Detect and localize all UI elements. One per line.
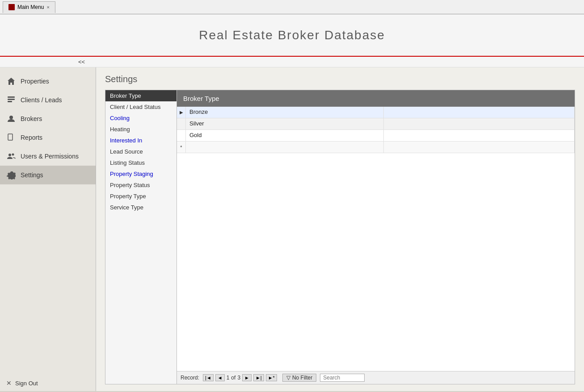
settings-list-item-broker-type[interactable]: Broker Type xyxy=(105,90,176,101)
filter-icon: ▽ xyxy=(286,375,290,381)
no-filter-button[interactable]: ▽ No Filter xyxy=(282,374,316,382)
settings-list-item-property-status[interactable]: Property Status xyxy=(105,179,176,191)
nav-new-button[interactable]: ►* xyxy=(266,374,277,381)
settings-icon xyxy=(6,170,16,180)
row-selector-arrow: ▶ xyxy=(177,107,186,118)
collapse-row: << xyxy=(0,57,584,67)
sign-out-label: Sign Out xyxy=(15,380,38,387)
settings-list-item-cooling[interactable]: Cooling xyxy=(105,113,176,124)
app-header: Real Estate Broker Database xyxy=(0,14,584,57)
sidebar-item-clients-leads[interactable]: Clients / Leads xyxy=(0,91,96,109)
settings-list-item-property-type[interactable]: Property Type xyxy=(105,191,176,202)
row-selector xyxy=(177,118,186,129)
record-bar: Record: |◄ ◄ 1 of 3 ► ►| ►* ▽ No Filter xyxy=(177,371,575,384)
new-row-marker: * xyxy=(177,142,186,153)
data-table: ▶ Bronze Silver Gold xyxy=(177,107,575,371)
settings-list-item-lead-source[interactable]: Lead Source xyxy=(105,146,176,157)
sidebar-item-users-permissions[interactable]: Users & Permissions xyxy=(0,147,96,166)
row-selector xyxy=(177,130,186,141)
record-total: 3 xyxy=(237,375,240,381)
sidebar-item-settings[interactable]: Settings xyxy=(0,166,96,184)
tab-close-button[interactable]: × xyxy=(46,4,49,10)
right-panel: Broker Type ▶ Bronze Silver xyxy=(176,90,575,384)
svg-point-3 xyxy=(9,116,13,119)
table-row[interactable]: ▶ Bronze xyxy=(177,107,575,118)
sidebar-item-reports[interactable]: Reports xyxy=(0,128,96,147)
record-current: 1 xyxy=(227,375,230,381)
sign-out-button[interactable]: ✕ Sign Out xyxy=(0,375,96,391)
settings-list-item-client-lead-status[interactable]: Client / Lead Status xyxy=(105,101,176,113)
settings-body: Broker Type Client / Lead Status Cooling… xyxy=(105,90,575,384)
sidebar-item-properties[interactable]: Properties xyxy=(0,72,96,91)
main-menu-tab[interactable]: Main Menu × xyxy=(3,1,55,13)
settings-list-item-heating[interactable]: Heating xyxy=(105,124,176,135)
filter-label: No Filter xyxy=(292,375,312,381)
settings-list-item-service-type[interactable]: Service Type xyxy=(105,202,176,213)
nav-next-button[interactable]: ► xyxy=(242,374,252,381)
new-row-input[interactable] xyxy=(186,142,384,153)
nav-label-properties: Properties xyxy=(21,78,49,85)
panel-header: Broker Type xyxy=(177,90,575,107)
settings-list-item-property-staging[interactable]: Property Staging xyxy=(105,168,176,179)
settings-list-item-interested-in[interactable]: Interested In xyxy=(105,135,176,146)
sidebar: Properties Clients / Leads Brokers Repor… xyxy=(0,67,96,391)
nav-last-button[interactable]: ►| xyxy=(253,374,264,381)
broker-type-value[interactable]: Bronze xyxy=(186,107,384,118)
broker-type-value[interactable]: Silver xyxy=(186,118,384,129)
svg-rect-1 xyxy=(8,99,15,100)
search-input[interactable] xyxy=(320,374,365,382)
nav-first-button[interactable]: |◄ xyxy=(203,374,214,381)
record-label: Record: xyxy=(181,375,199,381)
sidebar-item-brokers[interactable]: Brokers xyxy=(0,109,96,128)
nav-label-users-permissions: Users & Permissions xyxy=(21,153,79,160)
nav-label-settings: Settings xyxy=(21,171,43,179)
reports-icon xyxy=(6,133,16,142)
svg-point-5 xyxy=(8,154,11,156)
x-icon: ✕ xyxy=(6,379,12,387)
nav-label-brokers: Brokers xyxy=(21,115,42,122)
svg-rect-0 xyxy=(8,96,15,98)
collapse-button[interactable]: << xyxy=(78,58,85,65)
settings-list-item-listing-status[interactable]: Listing Status xyxy=(105,157,176,168)
nav-label-reports: Reports xyxy=(21,134,42,141)
table-row-new[interactable]: * xyxy=(177,142,575,153)
tab-icon xyxy=(8,4,15,10)
svg-rect-2 xyxy=(8,101,12,102)
content-area: Settings Broker Type Client / Lead Statu… xyxy=(96,67,584,391)
clients-icon xyxy=(6,95,16,105)
broker-type-value[interactable]: Gold xyxy=(186,130,384,141)
svg-rect-4 xyxy=(8,134,13,140)
title-bar: Main Menu × xyxy=(0,0,584,14)
settings-heading: Settings xyxy=(105,74,575,84)
record-of-label: of xyxy=(231,375,235,381)
home-icon xyxy=(6,76,16,86)
tab-label: Main Menu xyxy=(17,4,44,10)
settings-list: Broker Type Client / Lead Status Cooling… xyxy=(105,90,176,384)
table-row[interactable]: Silver xyxy=(177,118,575,130)
nav-prev-button[interactable]: ◄ xyxy=(215,374,225,381)
table-row[interactable]: Gold xyxy=(177,130,575,142)
nav-label-clients-leads: Clients / Leads xyxy=(21,96,62,104)
app-title: Real Estate Broker Database xyxy=(199,28,385,42)
main-layout: Properties Clients / Leads Brokers Repor… xyxy=(0,67,584,391)
svg-point-6 xyxy=(12,154,14,156)
users-icon xyxy=(6,151,16,161)
brokers-icon xyxy=(6,114,16,124)
